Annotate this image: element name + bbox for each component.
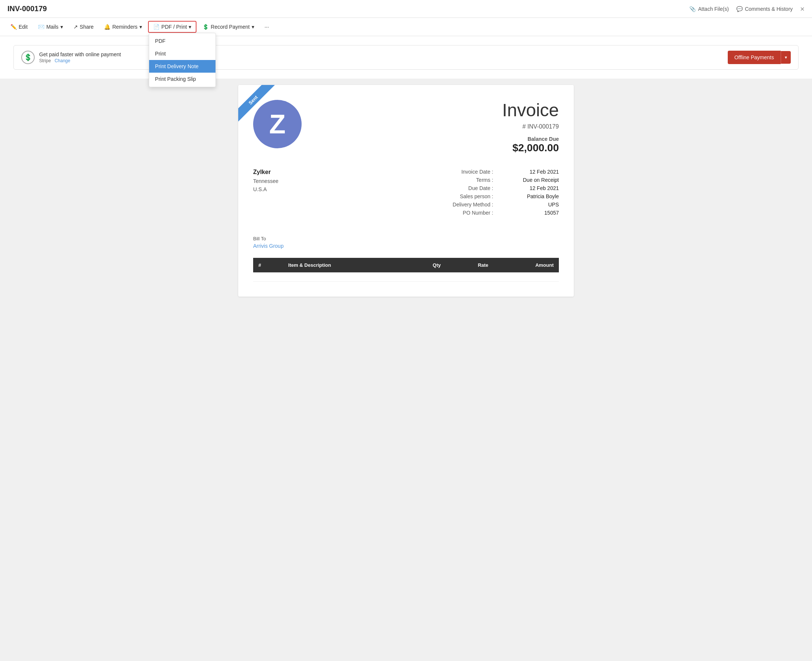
mails-chevron-icon: ▾ (61, 24, 63, 30)
ribbon-text: Sent (238, 85, 275, 122)
detail-due-date: Due Date : 12 Feb 2021 (406, 185, 559, 191)
bell-icon: 🔔 (104, 24, 111, 30)
table-header-row: # Item & Description Qty Rate Amount (253, 258, 559, 272)
table-row (253, 272, 559, 282)
banner-info: Get paid faster with online payment Stri… (39, 51, 121, 63)
col-num: # (253, 258, 283, 272)
comments-history-btn[interactable]: 💬 Comments & History (736, 6, 793, 12)
left-column: Zylker Tennessee U.S.A (253, 169, 406, 227)
share-button[interactable]: ↗ Share (69, 22, 98, 32)
record-payment-button[interactable]: 💲 Record Payment ▾ (198, 22, 258, 32)
share-icon: ↗ (74, 24, 78, 30)
attach-files-btn[interactable]: 📎 Attach File(s) (689, 6, 729, 12)
pdf-print-wrapper: 📄 PDF / Print ▾ PDF Print Print Delivery… (148, 21, 197, 33)
edit-button[interactable]: ✏️ Edit (6, 22, 32, 32)
mails-button[interactable]: ✉️ Mails ▾ (34, 22, 67, 32)
sent-ribbon: Sent (238, 85, 283, 130)
banner-text: Get paid faster with online payment (39, 51, 121, 57)
reminders-button[interactable]: 🔔 Reminders ▾ (99, 22, 147, 32)
invoice-document: Sent Z Invoice # INV-000179 Balance Due … (238, 85, 574, 297)
pdf-option-pdf[interactable]: PDF (149, 35, 216, 47)
banner-left: 💲 Get paid faster with online payment St… (21, 51, 121, 64)
edit-icon: ✏️ (10, 24, 17, 30)
balance-due-label: Balance Due (502, 136, 559, 142)
offline-payments-group: Offline Payments ▾ (728, 51, 791, 64)
detail-terms: Terms : Due on Receipt (406, 177, 559, 183)
pdf-chevron-icon: ▾ (189, 24, 191, 30)
payment-icon: 💲 (202, 24, 209, 30)
top-bar-actions: 📎 Attach File(s) 💬 Comments & History × (689, 5, 804, 13)
col-amount: Amount (493, 258, 559, 272)
company-country: U.S.A (253, 185, 406, 193)
mail-icon: ✉️ (38, 24, 44, 30)
col-rate: Rate (446, 258, 493, 272)
invoice-id: INV-000179 (8, 5, 47, 13)
stripe-label: Stripe (39, 58, 51, 63)
invoice-wrapper: Sent Z Invoice # INV-000179 Balance Due … (0, 79, 812, 661)
detail-delivery-method: Delivery Method : UPS (406, 201, 559, 208)
items-table: # Item & Description Qty Rate Amount (253, 258, 559, 282)
detail-invoice-date: Invoice Date : 12 Feb 2021 (406, 169, 559, 175)
comment-icon: 💬 (736, 6, 743, 12)
offline-payments-button[interactable]: Offline Payments (728, 51, 781, 64)
close-button[interactable]: × (800, 5, 804, 13)
col-item-desc: Item & Description (283, 258, 404, 272)
company-info: Zylker Tennessee U.S.A (253, 169, 406, 194)
col-qty: Qty (404, 258, 446, 272)
pdf-option-print[interactable]: Print (149, 47, 216, 60)
bill-to-name[interactable]: Arrivis Group (253, 243, 284, 249)
invoice-title-area: Invoice # INV-000179 Balance Due $2,000.… (502, 100, 559, 154)
change-link[interactable]: Change (54, 58, 70, 63)
toolbar: ✏️ Edit ✉️ Mails ▾ ↗ Share 🔔 Reminders ▾… (0, 18, 812, 36)
paperclip-icon: 📎 (689, 6, 696, 12)
billing-section: Bill To Arrivis Group (253, 236, 559, 249)
invoice-number: # INV-000179 (502, 123, 559, 130)
offline-payments-dropdown-button[interactable]: ▾ (781, 51, 791, 64)
right-column: Invoice Date : 12 Feb 2021 Terms : Due o… (406, 169, 559, 227)
pdf-option-packing-slip[interactable]: Print Packing Slip (149, 73, 216, 85)
reminders-chevron-icon: ▾ (139, 24, 142, 30)
invoice-header: Z Invoice # INV-000179 Balance Due $2,00… (253, 100, 559, 154)
pdf-print-button[interactable]: 📄 PDF / Print ▾ (149, 22, 196, 32)
bill-to-label: Bill To (253, 236, 559, 241)
company-state: Tennessee (253, 177, 406, 185)
pdf-icon: 📄 (153, 24, 160, 30)
more-options-button[interactable]: ··· (260, 22, 274, 32)
payment-banner: 💲 Get paid faster with online payment St… (13, 45, 799, 70)
top-bar: INV-000179 📎 Attach File(s) 💬 Comments &… (0, 0, 812, 18)
detail-salesperson: Sales person : Patricia Boyle (406, 193, 559, 200)
detail-po-number: PO Number : 15057 (406, 210, 559, 216)
invoice-details: Invoice Date : 12 Feb 2021 Terms : Due o… (406, 169, 559, 216)
company-name: Zylker (253, 169, 406, 176)
pdf-option-delivery-note[interactable]: Print Delivery Note (149, 60, 216, 73)
invoice-title: Invoice (502, 100, 559, 120)
online-payment-icon: 💲 (21, 51, 35, 64)
record-payment-chevron-icon: ▾ (251, 24, 254, 30)
balance-due-amount: $2,000.00 (502, 142, 559, 154)
pdf-dropdown-menu: PDF Print Print Delivery Note Print Pack… (149, 33, 216, 87)
banner-sub: Stripe Change (39, 58, 121, 63)
